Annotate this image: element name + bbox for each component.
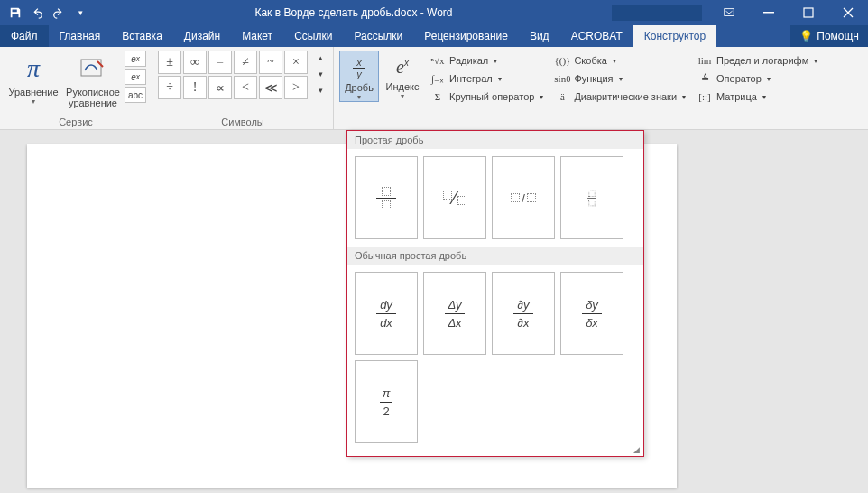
accent-button[interactable]: äДиакритические знаки▾	[554, 88, 686, 105]
undo-button[interactable]	[27, 3, 47, 23]
document-area: Простая дробь ⁄ / Обычная простая дробь …	[0, 130, 868, 493]
symbol-cell[interactable]: ∞	[183, 51, 207, 74]
script-button[interactable]: ex Индекс	[383, 51, 422, 100]
tab-mailings[interactable]: Рассылки	[343, 25, 413, 47]
symbol-cell[interactable]: >	[284, 76, 308, 99]
window-controls	[749, 0, 868, 25]
group-label: Символы	[158, 115, 328, 127]
symbol-cell[interactable]: ~	[259, 51, 282, 74]
symbol-cell[interactable]: ×	[284, 51, 308, 74]
maximize-button[interactable]	[789, 0, 828, 25]
large-operator-button[interactable]: ΣКрупный оператор▾	[429, 88, 543, 105]
fraction-linear[interactable]: /	[492, 156, 555, 239]
tab-acrobat[interactable]: ACROBAT	[560, 25, 633, 47]
tell-me-label: Помощн	[817, 30, 859, 42]
pi-icon: π	[27, 54, 40, 83]
fraction-delta-y-x[interactable]: ΔyΔx	[423, 272, 486, 355]
symbol-cell[interactable]: =	[208, 51, 232, 74]
account-box[interactable]	[612, 5, 702, 21]
tab-layout[interactable]: Макет	[231, 25, 283, 47]
svg-rect-2	[804, 8, 813, 17]
resize-grip-icon[interactable]: ◢	[633, 445, 640, 454]
gallery-section-header: Обычная простая дробь	[347, 246, 643, 265]
normal-text-button[interactable]: abc	[125, 87, 146, 103]
tab-equation-design[interactable]: Конструктор	[633, 25, 716, 47]
fraction-partial-y-x[interactable]: ∂y∂x	[492, 272, 555, 355]
gallery-expand[interactable]: ▾	[313, 83, 328, 98]
tab-home[interactable]: Главная	[49, 25, 112, 47]
matrix-button[interactable]: [::]Матрица▾	[697, 88, 817, 105]
equation-button[interactable]: π Уравнение	[5, 51, 61, 107]
symbol-cell[interactable]: ÷	[158, 76, 181, 99]
save-button[interactable]	[5, 3, 25, 23]
tab-references[interactable]: Ссылки	[283, 25, 343, 47]
symbol-cell[interactable]: !	[183, 76, 207, 99]
fraction-stacked[interactable]	[355, 156, 418, 239]
tab-design[interactable]: Дизайн	[173, 25, 231, 47]
integral-button[interactable]: ∫₋ₓИнтеграл▾	[429, 70, 543, 87]
symbol-cell[interactable]: ≠	[234, 51, 257, 74]
group-label: Сервис	[5, 115, 146, 127]
ribbon-options-button[interactable]	[709, 0, 749, 25]
fraction-pi-2[interactable]: π2	[355, 360, 418, 443]
symbol-cell[interactable]: <	[234, 76, 257, 99]
gallery-scroll-up[interactable]: ▴	[313, 51, 328, 65]
redo-button[interactable]	[49, 3, 69, 23]
fraction-button[interactable]: xy Дробь	[339, 51, 379, 102]
symbol-cell[interactable]: ∝	[208, 76, 232, 99]
ribbon: π Уравнение Рукописное уравнение ex ex a…	[0, 47, 868, 130]
quick-access-toolbar: ▾	[0, 3, 96, 23]
function-button[interactable]: sinθФункция▾	[554, 70, 686, 87]
convert-ex-button[interactable]: ex	[125, 51, 146, 67]
gallery-section-header: Простая дробь	[347, 131, 643, 149]
gallery-scroll-down[interactable]: ▾	[313, 67, 328, 81]
svg-rect-0	[725, 9, 734, 16]
symbol-grid: ± ∞ = ≠ ~ × ÷ ! ∝ < ≪ >	[158, 51, 308, 99]
tab-view[interactable]: Вид	[519, 25, 560, 47]
bracket-button[interactable]: {()}Скобка▾	[554, 52, 686, 69]
fraction-dy-dx[interactable]: dydx	[355, 272, 418, 355]
limit-log-button[interactable]: limПредел и логарифм▾	[697, 52, 817, 69]
group-service: π Уравнение Рукописное уравнение ex ex a…	[0, 47, 152, 129]
symbol-cell[interactable]: ≪	[259, 76, 282, 99]
fraction-gallery: Простая дробь ⁄ / Обычная простая дробь …	[346, 130, 644, 457]
titlebar: ▾ Как в Ворде сделать дробь.docx - Word	[0, 0, 868, 25]
symbol-cell[interactable]: ±	[158, 51, 181, 74]
fraction-small-delta-y-x[interactable]: δyδx	[560, 272, 623, 355]
operator-button[interactable]: ≜Оператор▾	[697, 70, 817, 87]
tell-me-button[interactable]: 💡 Помощн	[790, 25, 868, 47]
fraction-small[interactable]	[560, 156, 623, 239]
qat-customize-button[interactable]: ▾	[70, 3, 90, 23]
window-title: Как в Ворде сделать дробь.docx - Word	[96, 6, 612, 19]
tab-review[interactable]: Рецензирование	[413, 25, 519, 47]
group-symbols: ± ∞ = ≠ ~ × ÷ ! ∝ < ≪ > ▴ ▾ ▾ Символы	[152, 47, 334, 129]
tab-file[interactable]: Файл	[0, 25, 49, 47]
ink-equation-button[interactable]: Рукописное уравнение	[65, 51, 121, 110]
svg-rect-1	[763, 12, 774, 14]
radical-button[interactable]: ⁿ√xРадикал▾	[429, 52, 543, 69]
chevron-down-icon	[32, 98, 35, 106]
convert-ex2-button[interactable]: ex	[125, 69, 146, 85]
fraction-skewed[interactable]: ⁄	[423, 156, 486, 239]
close-button[interactable]	[828, 0, 868, 25]
minimize-button[interactable]	[749, 0, 789, 25]
chevron-down-icon	[357, 93, 361, 101]
lightbulb-icon: 💡	[799, 30, 813, 42]
tab-insert[interactable]: Вставка	[111, 25, 173, 47]
group-structures: xy Дробь ex Индекс ⁿ√xРадикал▾ ∫₋ₓИнтегр…	[334, 47, 868, 129]
ribbon-tabs: Файл Главная Вставка Дизайн Макет Ссылки…	[0, 25, 868, 47]
chevron-down-icon	[401, 92, 404, 100]
